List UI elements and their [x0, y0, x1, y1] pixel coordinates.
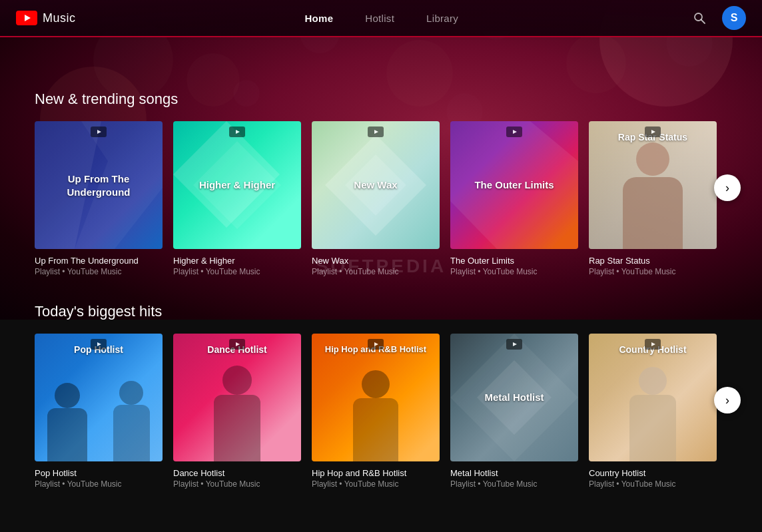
- card-title-newwax: New Wax: [312, 256, 440, 266]
- search-button[interactable]: [687, 6, 711, 30]
- search-icon: [693, 11, 706, 25]
- card-thumb-metal: Metal Hotlist: [450, 334, 578, 461]
- card-thumb-outer: The Outer Limits: [450, 121, 578, 249]
- hiphop-artist: [353, 370, 398, 461]
- logo-text: Music: [43, 11, 76, 25]
- play-icon-dance: [229, 339, 245, 350]
- card-title-outer: The Outer Limits: [450, 256, 578, 266]
- card-subtitle-higher: Playlist • YouTube Music: [173, 267, 301, 276]
- card-thumb-country: Country Hotlist: [589, 334, 717, 461]
- play-icon-underground: [91, 127, 107, 137]
- artist-figure: [616, 142, 689, 249]
- card-rap-star[interactable]: Rap Star Status Rap Star Status Playlist…: [589, 121, 717, 276]
- play-icon-country: [645, 339, 661, 350]
- dance-artist: [214, 366, 260, 461]
- header-right: S: [687, 6, 746, 30]
- nav-home[interactable]: Home: [299, 10, 338, 27]
- card-thumb-rapstar: Rap Star Status: [589, 121, 717, 249]
- card-thumb-newwax: New Wax: [312, 121, 440, 249]
- play-icon-hiphop: [368, 339, 384, 350]
- card-title-metal: Metal Hotlist: [450, 468, 578, 478]
- play-icon-newwax: [368, 127, 384, 137]
- card-label-higher: Higher & Higher: [180, 178, 295, 192]
- section-title-hits: Today's biggest hits: [35, 303, 727, 320]
- hits-cards-row: Pop Hotlist Pop Hotlist Playlist • YouTu…: [35, 334, 727, 489]
- header: Music Home Hotlist Library S: [0, 0, 762, 37]
- card-label-outer: The Outer Limits: [457, 178, 572, 192]
- card-title-underground: Up From The Underground: [35, 256, 163, 266]
- main-content: New & trending songs: [0, 0, 762, 532]
- trending-next-button[interactable]: ›: [714, 174, 741, 201]
- card-thumb-dance: Dance Hotlist: [173, 334, 301, 461]
- card-title-dance: Dance Hotlist: [173, 468, 301, 478]
- card-title-country: Country Hotlist: [589, 468, 717, 478]
- card-hiphop-hotlist[interactable]: Hip Hop and R&B Hotlist Hip Hop and R&B …: [312, 334, 440, 489]
- card-subtitle-dance: Playlist • YouTube Music: [173, 479, 301, 489]
- content-area: New & trending songs: [0, 37, 762, 531]
- card-higher-higher[interactable]: Higher & Higher Higher & Higher Playlist…: [173, 121, 301, 276]
- trending-cards-wrapper: Up From The Underground Up From The Unde…: [35, 121, 727, 276]
- section-title-trending: New & trending songs: [35, 91, 727, 108]
- card-title-rapstar: Rap Star Status: [589, 256, 717, 266]
- card-dance-hotlist[interactable]: Dance Hotlist Dance Hotlist Playlist • Y…: [173, 334, 301, 489]
- hits-next-button[interactable]: ›: [714, 387, 741, 413]
- card-thumb-underground: Up From The Underground: [35, 121, 163, 249]
- main-nav: Home Hotlist Library: [76, 10, 687, 27]
- card-outer-limits[interactable]: The Outer Limits The Outer Limits Playli…: [450, 121, 578, 276]
- avatar[interactable]: S: [722, 6, 746, 30]
- card-subtitle-metal: Playlist • YouTube Music: [450, 479, 578, 489]
- card-thumb-hiphop: Hip Hop and R&B Hotlist: [312, 334, 440, 461]
- card-label-newwax: New Wax: [318, 178, 434, 192]
- card-label-metal: Metal Hotlist: [457, 391, 572, 404]
- section-new-trending: New & trending songs: [35, 91, 727, 276]
- card-subtitle-country: Playlist • YouTube Music: [589, 479, 717, 489]
- card-title-higher: Higher & Higher: [173, 256, 301, 266]
- card-label-underground: Up From The Underground: [41, 172, 157, 198]
- card-subtitle-outer: Playlist • YouTube Music: [450, 267, 578, 276]
- play-icon-rapstar: [645, 127, 661, 137]
- card-subtitle-newwax: Playlist • YouTube Music: [312, 267, 440, 276]
- card-up-from-underground[interactable]: Up From The Underground Up From The Unde…: [35, 121, 163, 276]
- card-new-wax[interactable]: New Wax New Wax Playlist • YouTube Music: [312, 121, 440, 276]
- play-icon-outer: [506, 127, 522, 137]
- card-subtitle-rapstar: Playlist • YouTube Music: [589, 267, 717, 276]
- hits-cards-wrapper: Pop Hotlist Pop Hotlist Playlist • YouTu…: [35, 334, 727, 489]
- card-subtitle-hiphop: Playlist • YouTube Music: [312, 479, 440, 489]
- nav-library[interactable]: Library: [421, 10, 464, 27]
- card-pop-hotlist[interactable]: Pop Hotlist Pop Hotlist Playlist • YouTu…: [35, 334, 163, 489]
- card-country-hotlist[interactable]: Country Hotlist Country Hotlist Playlist…: [589, 334, 717, 489]
- nav-hotlist[interactable]: Hotlist: [360, 10, 400, 27]
- logo-area[interactable]: Music: [16, 11, 76, 25]
- country-artist: [629, 367, 676, 461]
- card-subtitle-pop: Playlist • YouTube Music: [35, 479, 163, 489]
- play-icon-pop: [91, 339, 107, 350]
- trending-cards-row: Up From The Underground Up From The Unde…: [35, 121, 727, 276]
- youtube-music-icon: [16, 11, 37, 25]
- card-metal-hotlist[interactable]: Metal Hotlist Metal Hotlist Playlist • Y…: [450, 334, 578, 489]
- play-icon-higher: [229, 127, 245, 137]
- section-biggest-hits: Today's biggest hits: [35, 303, 727, 489]
- card-subtitle-underground: Playlist • YouTube Music: [35, 267, 163, 276]
- play-icon-metal: [506, 339, 522, 350]
- card-title-pop: Pop Hotlist: [35, 468, 163, 478]
- card-title-hiphop: Hip Hop and R&B Hotlist: [312, 468, 440, 478]
- card-thumb-pop: Pop Hotlist: [35, 334, 163, 461]
- svg-line-3: [701, 20, 705, 24]
- card-thumb-higher: Higher & Higher: [173, 121, 301, 249]
